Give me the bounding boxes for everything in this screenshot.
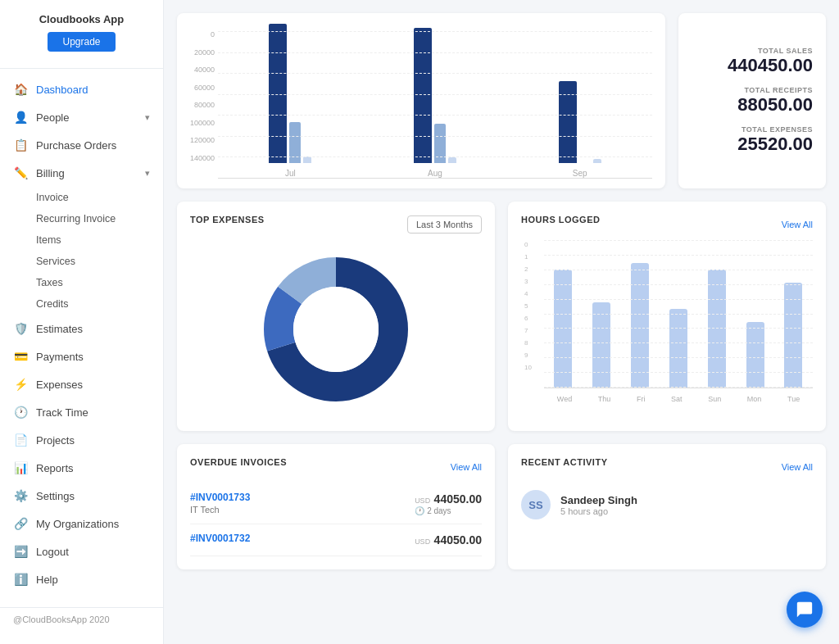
hours-bar-label: Tue: [787, 395, 800, 403]
invoice-id[interactable]: #INV0001732: [190, 533, 250, 544]
bar-aug-3: [448, 157, 456, 163]
bar-sep-3: [593, 159, 601, 163]
footer-text: @CloudBooksApp 2020: [0, 607, 163, 631]
activity-title: RECENT ACTIVITY: [521, 457, 608, 467]
app-name: Cloudbooks App: [13, 13, 150, 25]
chat-fab-button[interactable]: [787, 592, 823, 628]
card-icon: 💳: [13, 350, 28, 363]
activity-time: 5 hours ago: [560, 506, 637, 516]
sidebar-item-credits[interactable]: Credits: [36, 293, 163, 315]
activity-list: SS Sandeep Singh 5 hours ago: [521, 483, 813, 526]
mid-row: TOP EXPENSES Last 3 Months: [177, 202, 826, 431]
chevron-down-icon: ▾: [145, 112, 150, 123]
sidebar-item-track-time[interactable]: 🕐 Track Time: [0, 398, 163, 426]
hours-chart-wrapper: 109876543210 WedThuFriSatSunMonTue: [521, 241, 813, 403]
bar-jul-2: [289, 122, 301, 163]
sidebar-item-taxes[interactable]: Taxes: [36, 272, 163, 293]
expenses-filter-button[interactable]: Last 3 Months: [407, 215, 482, 234]
total-expenses-label: TOTAL EXPENSES: [692, 125, 813, 134]
bar-aug-1: [414, 28, 432, 163]
hours-labels-row: WedThuFriSatSunMonTue: [544, 388, 813, 403]
y-axis: 140000 120000 100000 80000 60000 40000 2…: [190, 31, 215, 179]
total-receipts-label: TOTAL RECEIPTS: [692, 86, 813, 94]
sidebar-item-label: Logout: [36, 546, 69, 558]
avatar: SS: [521, 490, 551, 519]
stats-card: TOTAL SALES 440450.00 TOTAL RECEIPTS 880…: [678, 13, 826, 188]
sidebar-item-logout[interactable]: ➡️ Logout: [0, 537, 163, 565]
invoice-item: #INV0001733 IT Tech USD 44050.00 🕐 2 day…: [190, 483, 482, 524]
invoice-list: #INV0001733 IT Tech USD 44050.00 🕐 2 day…: [190, 483, 482, 556]
invoice-amount: 44050.00: [434, 492, 482, 506]
sidebar-item-billing[interactable]: ✏️ Billing ▾: [0, 159, 163, 187]
upgrade-button[interactable]: Upgrade: [48, 32, 115, 52]
shield-icon: 🛡️: [13, 322, 28, 335]
sidebar: Cloudbooks App Upgrade 🏠 Dashboard 👤 Peo…: [0, 0, 164, 644]
person-icon: 👤: [13, 111, 28, 124]
submenu-label: Recurring Invoice: [36, 213, 116, 224]
expenses-header: TOP EXPENSES Last 3 Months: [190, 215, 482, 234]
hours-header: HOURS LOGGED View All: [521, 215, 813, 234]
sidebar-item-help[interactable]: ℹ️ Help: [0, 565, 163, 593]
submenu-label: Invoice: [36, 192, 69, 203]
total-receipts-value: 88050.00: [692, 94, 813, 116]
sidebar-item-people[interactable]: 👤 People ▾: [0, 103, 163, 131]
main-content: 140000 120000 100000 80000 60000 40000 2…: [164, 0, 839, 644]
sidebar-item-payments[interactable]: 💳 Payments: [0, 342, 163, 370]
hours-bar-label: Sat: [671, 395, 683, 403]
chat-icon: [796, 601, 814, 619]
sidebar-item-purchase-orders[interactable]: 📋 Purchase Orders: [0, 131, 163, 159]
sidebar-item-label: Expenses: [36, 379, 83, 391]
donut-container: [190, 234, 482, 418]
invoices-title: OVERDUE INVOICES: [190, 457, 287, 467]
chevron-down-icon: ▾: [145, 168, 150, 179]
invoice-item: #INV0001732 USD 44050.00: [190, 524, 482, 556]
sidebar-item-reports[interactable]: 📊 Reports: [0, 454, 163, 482]
sidebar-item-label: Projects: [36, 434, 75, 447]
activity-header: RECENT ACTIVITY View All: [521, 457, 813, 477]
bar-jul-1: [269, 24, 287, 163]
bar-group-sep: Sep: [559, 81, 601, 178]
hours-bar: [669, 309, 687, 388]
sidebar-item-estimates[interactable]: 🛡️ Estimates: [0, 315, 163, 342]
hours-bar-label: Fri: [637, 395, 646, 403]
invoices-view-all-link[interactable]: View All: [451, 462, 482, 472]
bar-label-aug: Aug: [428, 169, 442, 178]
total-sales: TOTAL SALES 440450.00: [692, 47, 813, 76]
invoice-currency: USD: [415, 537, 430, 546]
sidebar-item-label: Payments: [36, 351, 84, 363]
invoice-id[interactable]: #INV0001733: [190, 492, 250, 503]
bar-aug-2: [434, 124, 446, 163]
bar-jul-3: [303, 156, 311, 163]
total-expenses: TOTAL EXPENSES 25520.00: [692, 125, 813, 155]
submenu-label: Services: [36, 256, 75, 267]
activity-view-all-link[interactable]: View All: [782, 462, 813, 472]
hours-bar: [592, 302, 610, 388]
pencil-icon: ✏️: [13, 166, 28, 179]
bar-groups: Jul Aug: [218, 31, 652, 179]
clock-icon: 🕐: [13, 406, 28, 419]
sidebar-item-services[interactable]: Services: [36, 251, 163, 272]
sidebar-item-projects[interactable]: 📄 Projects: [0, 426, 163, 454]
sidebar-item-label: Reports: [36, 462, 74, 474]
top-expenses-title: TOP EXPENSES: [190, 215, 265, 224]
bar-group-jul: Jul: [269, 24, 311, 178]
bar-chart-card: 140000 120000 100000 80000 60000 40000 2…: [177, 13, 665, 188]
bar-label-sep: Sep: [573, 169, 587, 178]
sidebar-item-my-organizations[interactable]: 🔗 My Organizations: [0, 510, 163, 537]
sidebar-item-recurring-invoice[interactable]: Recurring Invoice: [36, 208, 163, 229]
chart-icon: 📊: [13, 461, 28, 474]
overdue-invoices-card: OVERDUE INVOICES View All #INV0001733 IT…: [177, 444, 495, 569]
total-receipts: TOTAL RECEIPTS 88050.00: [692, 86, 813, 116]
svg-point-4: [293, 287, 379, 372]
sidebar-item-expenses[interactable]: ⚡ Expenses: [0, 370, 163, 398]
activity-item: SS Sandeep Singh 5 hours ago: [521, 483, 813, 526]
bar-label-jul: Jul: [285, 169, 296, 178]
sidebar-item-invoice[interactable]: Invoice: [36, 187, 163, 208]
sidebar-item-label: Billing: [36, 167, 65, 179]
link-icon: 🔗: [13, 517, 28, 530]
hours-bar-label: Sun: [708, 395, 721, 403]
sidebar-item-items[interactable]: Items: [36, 229, 163, 251]
sidebar-item-settings[interactable]: ⚙️ Settings: [0, 482, 163, 510]
hours-view-all-link[interactable]: View All: [782, 220, 813, 229]
sidebar-item-dashboard[interactable]: 🏠 Dashboard: [0, 75, 163, 103]
